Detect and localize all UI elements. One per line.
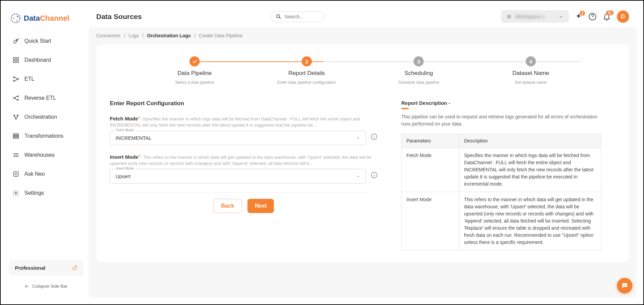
step-sub: Schedule data pipeline [398,80,439,85]
logo-icon [10,13,21,24]
orchestration-icon [12,113,20,121]
svg-point-12 [17,96,18,97]
sidebar-item-label: Ask Neo [24,171,45,177]
param-name: Insert Mode [402,192,459,250]
wizard-card: Data Pipeline Select a data pipeline 2 R… [96,44,629,262]
workspace-icon [506,14,512,19]
field-hint: - Specifies the manner in which logs dat… [110,116,360,128]
next-button[interactable]: Next [247,199,274,213]
form-heading: Enter Report Configuration [110,100,378,107]
svg-point-1 [13,18,14,19]
sidebar-item-transformations[interactable]: Transformations [7,127,85,145]
rocket-icon [12,37,20,45]
svg-rect-20 [14,137,19,138]
sidebar-item-ask-neo[interactable]: Ask Neo [7,165,85,183]
step-line [452,61,581,62]
sparkle-button[interactable]: 2 [575,13,582,20]
logo-text: DataChannel [24,14,69,23]
svg-point-9 [14,77,15,78]
step-data-pipeline[interactable]: Data Pipeline Select a data pipeline [157,56,232,85]
step-circle-done [189,56,200,66]
select-floating-label: Insert Mode [115,167,135,170]
chat-fab[interactable] [617,278,632,293]
step-title: Data Pipeline [177,70,212,77]
svg-point-29 [624,285,625,285]
search-box[interactable] [270,11,325,22]
help-icon [588,13,597,21]
select-value: Upsert [116,173,130,179]
fetch-mode-select[interactable]: INCREMENTAL [110,131,366,145]
page-title: Data Sources [96,13,142,21]
form-column: Enter Report Configuration Fetch Mode*- … [110,100,378,250]
svg-point-4 [16,40,17,41]
breadcrumb: Connectors / Logs / Orchestration Logs /… [96,33,629,38]
step-sub: Select a data pipeline [175,80,214,85]
info-icon[interactable] [371,133,378,140]
field-fetch-mode: Fetch Mode*- Specifies the manner in whi… [110,116,378,145]
field-hint: - This refers to the manner in which dat… [110,155,371,166]
search-input[interactable] [284,14,320,19]
sidebar-item-orchestration[interactable]: Orchestration [7,108,85,126]
grid-icon [12,56,20,64]
step-dataset-name[interactable]: 4 Dataset Name Set dataset name [494,56,568,85]
collapse-sidebar-button[interactable]: Collapse Side Bar [7,278,85,294]
chevron-down-icon [559,14,563,19]
insert-mode-select[interactable]: Upsert [110,169,366,184]
step-circle-active: 2 [302,56,312,66]
svg-point-2 [17,16,18,17]
chevron-down-icon [356,136,360,140]
chevron-down-icon [356,174,360,178]
svg-rect-5 [14,58,16,60]
breadcrumb-sep: / [142,33,144,38]
workspace-selector[interactable]: Workspace 1 [501,10,569,23]
breadcrumb-sep: / [194,33,196,38]
etl-icon [12,75,20,83]
avatar[interactable]: D [617,11,629,23]
notifications-button[interactable]: 31 [603,13,611,21]
step-circle-pending: 4 [526,56,536,66]
workspace-name: Workspace 1 [515,14,555,19]
svg-rect-19 [14,135,19,136]
description-heading: Report Description - [401,100,450,109]
sidebar-item-label: ETL [24,76,34,82]
plan-box[interactable]: Professional [9,260,83,275]
svg-rect-18 [14,134,19,135]
svg-rect-6 [17,58,19,60]
sidebar-item-warehouses[interactable]: Warehouses [7,146,85,164]
back-button[interactable]: Back [214,199,242,213]
svg-rect-7 [14,61,16,63]
actions: Back Next [110,199,378,213]
sidebar: DataChannel Quick Start Dashboard ETL Re… [7,7,85,298]
sidebar-item-label: Reverse ETL [24,95,56,101]
sidebar-item-quick-start[interactable]: Quick Start [7,32,85,50]
content: Connectors / Logs / Orchestration Logs /… [89,27,637,298]
sidebar-item-dashboard[interactable]: Dashboard [7,51,85,69]
step-report-details[interactable]: 2 Report Details Enter data pipeline con… [269,56,344,85]
info-icon[interactable] [371,172,378,178]
transformations-icon [12,132,20,140]
table-row: Fetch Mode Specifies the manner in which… [402,148,601,192]
sidebar-item-reverse-etl[interactable]: Reverse ETL [7,89,85,107]
nav: Quick Start Dashboard ETL Reverse ETL Or… [7,32,85,258]
description-column: Report Description - This pipeline can b… [401,100,601,250]
step-line [323,61,452,62]
field-label: Insert Mode [110,154,138,160]
svg-point-15 [14,115,15,116]
svg-point-30 [625,285,626,285]
sidebar-item-label: Settings [24,190,44,196]
select-floating-label: Fetch Mode [115,128,135,132]
search-icon [276,14,282,20]
step-circle-pending: 3 [414,56,424,66]
warehouse-icon [12,151,20,159]
sidebar-item-settings[interactable]: Settings [7,184,85,202]
step-scheduling[interactable]: 3 Scheduling Schedule data pipeline [381,56,456,85]
breadcrumb-link[interactable]: Logs [128,33,139,38]
breadcrumb-link[interactable]: Connectors [96,33,121,38]
param-name: Fetch Mode [402,148,459,192]
svg-rect-24 [507,15,511,18]
breadcrumb-link[interactable]: Create Data Pipeline [199,33,243,38]
svg-point-22 [15,192,17,194]
sidebar-item-etl[interactable]: ETL [7,70,85,88]
help-button[interactable] [588,13,597,21]
logo[interactable]: DataChannel [7,11,85,32]
